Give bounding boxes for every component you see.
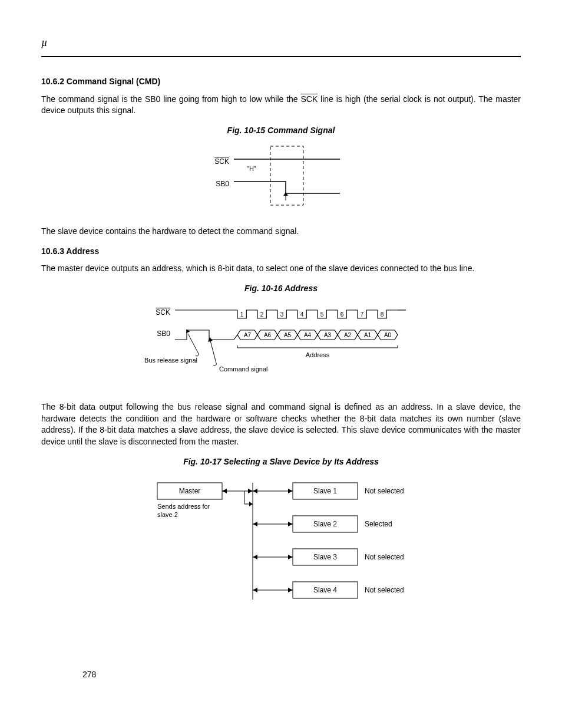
fig16-bus-release-label: Bus release signal bbox=[144, 357, 197, 364]
svg-text:4: 4 bbox=[300, 311, 304, 318]
svg-text:A6: A6 bbox=[264, 332, 272, 338]
fig15-h-label: "H" bbox=[247, 165, 256, 172]
svg-text:A4: A4 bbox=[304, 332, 312, 338]
svg-text:A1: A1 bbox=[364, 332, 372, 338]
svg-marker-30 bbox=[249, 502, 253, 506]
fig16-address-label: Address bbox=[306, 351, 330, 358]
fig16-sck-label: SCK bbox=[156, 308, 170, 317]
fig15-sb0-label: SB0 bbox=[216, 180, 229, 188]
svg-text:Not selected: Not selected bbox=[365, 586, 404, 594]
svg-text:Slave 4: Slave 4 bbox=[313, 586, 337, 594]
heading-10-6-3: 10.6.3 Address bbox=[41, 246, 521, 258]
svg-text:7: 7 bbox=[361, 311, 364, 318]
fig-10-15: SCK "H" SB0 bbox=[41, 141, 521, 216]
svg-text:Slave 1: Slave 1 bbox=[313, 487, 337, 495]
fig-10-17: Master Sends address for slave 2 Slave 1… bbox=[41, 472, 521, 623]
para-address-explain: The 8-bit data output following the bus … bbox=[41, 401, 521, 447]
header-mu: µ bbox=[41, 35, 521, 50]
para-cmd-a: The command signal is the SB0 line going… bbox=[41, 94, 300, 104]
page-number: 278 bbox=[82, 669, 96, 681]
svg-text:6: 6 bbox=[340, 311, 344, 318]
svg-marker-27 bbox=[222, 489, 227, 493]
svg-marker-44 bbox=[253, 555, 257, 559]
para-address-intro: The master device outputs an address, wh… bbox=[41, 263, 521, 275]
svg-marker-51 bbox=[288, 588, 293, 592]
para-slave-hardware: The slave device contains the hardware t… bbox=[41, 226, 521, 238]
svg-text:A7: A7 bbox=[244, 332, 252, 338]
svg-marker-2 bbox=[283, 192, 288, 196]
svg-text:A2: A2 bbox=[344, 332, 352, 338]
svg-marker-38 bbox=[253, 522, 257, 526]
svg-text:Slave 2: Slave 2 bbox=[313, 520, 337, 528]
header-rule bbox=[41, 56, 521, 57]
svg-text:5: 5 bbox=[320, 311, 324, 318]
svg-marker-22 bbox=[185, 328, 190, 332]
svg-text:Not selected: Not selected bbox=[365, 553, 404, 561]
fig16-sb0-label: SB0 bbox=[157, 330, 170, 338]
svg-marker-39 bbox=[288, 522, 293, 526]
svg-line-21 bbox=[188, 334, 199, 354]
svg-text:3: 3 bbox=[280, 311, 284, 318]
fig17-sends-label-1: Sends address for bbox=[157, 503, 210, 510]
fig17-master-label: Master bbox=[179, 487, 201, 495]
svg-text:Not selected: Not selected bbox=[365, 487, 404, 495]
svg-line-23 bbox=[210, 341, 216, 363]
fig-10-16: SCK SB0 12345678 A7A6A5A4A3A2A1A0 Bus re… bbox=[41, 299, 521, 391]
para-cmd-signal: The command signal is the SB0 line going… bbox=[41, 94, 521, 117]
fig-10-16-caption: Fig. 10-16 Address bbox=[41, 283, 521, 295]
svg-marker-45 bbox=[288, 555, 293, 559]
heading-10-6-2: 10.6.2 Command Signal (CMD) bbox=[41, 76, 521, 88]
svg-marker-50 bbox=[253, 588, 257, 592]
svg-text:A0: A0 bbox=[384, 332, 392, 338]
svg-text:Slave 3: Slave 3 bbox=[313, 553, 337, 561]
svg-marker-33 bbox=[288, 489, 293, 493]
fig15-sck-label: SCK bbox=[214, 157, 229, 166]
fig-10-15-caption: Fig. 10-15 Command Signal bbox=[41, 125, 521, 137]
svg-text:1: 1 bbox=[240, 311, 244, 318]
svg-marker-32 bbox=[253, 489, 257, 493]
fig17-sends-label-2: slave 2 bbox=[157, 511, 178, 518]
svg-text:2: 2 bbox=[260, 311, 264, 318]
svg-marker-28 bbox=[248, 489, 253, 493]
svg-text:A3: A3 bbox=[324, 332, 332, 338]
svg-text:Selected: Selected bbox=[365, 520, 392, 528]
fig-10-17-caption: Fig. 10-17 Selecting a Slave Device by I… bbox=[41, 456, 521, 468]
svg-rect-0 bbox=[270, 146, 303, 205]
svg-text:A5: A5 bbox=[284, 332, 292, 338]
fig16-cmd-signal-label: Command signal bbox=[219, 365, 268, 373]
svg-text:8: 8 bbox=[381, 311, 384, 318]
sck-overline: SCK bbox=[300, 94, 318, 104]
